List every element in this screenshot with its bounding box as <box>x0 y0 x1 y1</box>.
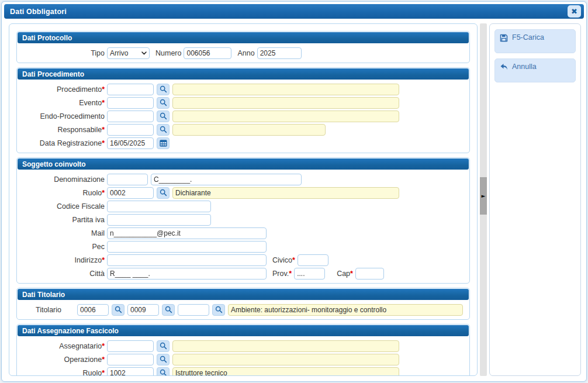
assegnatario-label: Assegnatario <box>59 342 102 350</box>
section-dati-procedimento: Dati Procedimento Procedimento* Evento* <box>16 67 470 153</box>
tipo-select[interactable]: Arrivo <box>107 47 150 59</box>
undo-icon <box>500 63 508 71</box>
evento-row: Evento* <box>20 96 466 109</box>
section-header: Dati Titolario <box>18 289 469 300</box>
section-header: Soggetto coinvolto <box>18 158 469 170</box>
required-marker: * <box>289 270 292 278</box>
prov-label: Prov. <box>272 270 289 278</box>
citta-row: Città Prov.* Cap* <box>20 267 466 280</box>
denominazione-code-input[interactable] <box>107 174 148 185</box>
titolario-code3-input[interactable] <box>178 304 209 316</box>
procedimento-label: Procedimento <box>57 85 102 94</box>
prov-input[interactable] <box>294 268 325 280</box>
panel-splitter[interactable]: ► <box>480 23 487 376</box>
search-icon <box>160 189 167 196</box>
required-marker: * <box>102 99 105 107</box>
ruolo-lookup-button[interactable] <box>157 187 170 199</box>
denominazione-input[interactable] <box>151 174 302 185</box>
numero-input[interactable] <box>184 47 231 59</box>
operazione-code-input[interactable] <box>107 354 154 365</box>
endo-procedimento-label: Endo-Procedimento <box>40 112 105 120</box>
pec-label: Pec <box>20 243 105 251</box>
section-dati-protocollo: Dati Protocollo Tipo Arrivo Numero Anno <box>16 31 470 63</box>
procedimento-lookup-button[interactable] <box>157 84 170 95</box>
responsabile-label: Responsabile <box>57 126 102 134</box>
ruolo-fascicolo-row: Ruolo* <box>20 366 466 376</box>
search-icon <box>165 306 172 313</box>
f5-carica-button[interactable]: F5-Carica <box>494 29 576 53</box>
data-registrazione-row: Data Registrazione* <box>20 136 466 150</box>
responsabile-lookup-button[interactable] <box>157 124 170 136</box>
titolario-lookup2-button[interactable] <box>162 304 175 316</box>
titolario-desc-field <box>228 304 463 316</box>
close-button[interactable]: ✖ <box>568 5 581 18</box>
required-marker: * <box>102 342 105 350</box>
evento-lookup-button[interactable] <box>157 97 170 109</box>
ruolo-fascicolo-desc-field <box>172 367 399 377</box>
pec-input[interactable] <box>107 241 267 253</box>
indirizzo-input[interactable] <box>107 254 267 266</box>
citta-input[interactable] <box>107 268 267 280</box>
codice-fiscale-input[interactable] <box>107 201 211 212</box>
required-marker: * <box>102 256 105 264</box>
section-header: Dati Protocollo <box>18 32 469 43</box>
endo-procedimento-code-input[interactable] <box>107 111 154 122</box>
required-marker: * <box>292 256 295 264</box>
calendar-icon <box>160 140 167 147</box>
evento-code-input[interactable] <box>107 97 154 109</box>
civico-input[interactable] <box>298 254 328 266</box>
section-header: Dati Assegnazione Fascicolo <box>18 325 469 336</box>
required-marker: * <box>102 126 105 134</box>
annulla-button[interactable]: Annulla <box>494 58 576 82</box>
responsabile-code-input[interactable] <box>107 124 154 136</box>
dialog-title: Dati Obbligatori <box>10 8 67 16</box>
required-marker: * <box>350 270 353 278</box>
evento-label: Evento <box>79 99 102 107</box>
splitter-handle[interactable]: ► <box>480 177 487 215</box>
assegnatario-lookup-button[interactable] <box>157 340 170 352</box>
mail-label: Mail <box>20 229 105 237</box>
ruolo-fascicolo-lookup-button[interactable] <box>157 367 170 377</box>
search-icon <box>215 306 223 313</box>
indirizzo-label: Indirizzo <box>75 256 102 264</box>
civico-label: Civico <box>272 256 292 264</box>
ruolo-code-input[interactable] <box>107 187 154 199</box>
search-icon <box>160 356 167 363</box>
procedimento-code-input[interactable] <box>107 84 154 95</box>
annulla-label: Annulla <box>512 63 537 71</box>
partita-iva-input[interactable] <box>107 214 211 226</box>
codice-fiscale-row: Codice Fiscale <box>20 199 466 213</box>
required-marker: * <box>102 189 105 197</box>
titolario-lookup3-button[interactable] <box>212 304 225 316</box>
search-icon <box>160 342 167 350</box>
operazione-lookup-button[interactable] <box>157 354 170 365</box>
citta-label: Città <box>20 270 105 278</box>
assegnatario-code-input[interactable] <box>107 340 154 352</box>
procedimento-desc-field <box>172 84 399 95</box>
ruolo-fascicolo-code-input[interactable] <box>107 367 154 377</box>
titolario-label: Titolario <box>20 306 61 314</box>
titolario-code2-input[interactable] <box>127 304 159 316</box>
endo-procedimento-row: Endo-Procedimento <box>20 109 466 123</box>
tipo-label: Tipo <box>20 49 105 57</box>
codice-fiscale-label: Codice Fiscale <box>20 202 105 211</box>
required-marker: * <box>102 356 105 364</box>
endo-procedimento-lookup-button[interactable] <box>157 111 170 122</box>
indirizzo-row: Indirizzo* Civico* <box>20 253 466 267</box>
titolario-lookup1-button[interactable] <box>112 304 124 316</box>
data-registrazione-label: Data Registrazione <box>40 139 102 147</box>
form-panel: Dati Protocollo Tipo Arrivo Numero Anno <box>9 23 478 376</box>
data-registrazione-calendar-button[interactable] <box>157 137 170 149</box>
section-dati-titolario: Dati Titolario Titolario <box>16 288 470 320</box>
endo-procedimento-desc-field <box>172 111 399 122</box>
f5-carica-label: F5-Carica <box>512 33 544 42</box>
cap-input[interactable] <box>355 268 384 280</box>
ruolo-desc-field <box>172 187 399 199</box>
titolario-code1-input[interactable] <box>77 304 109 316</box>
anno-input[interactable] <box>257 47 302 59</box>
assegnatario-row: Assegnatario* <box>20 339 466 353</box>
partita-iva-label: Partita iva <box>20 216 105 224</box>
data-registrazione-input[interactable] <box>107 137 154 149</box>
search-icon <box>115 306 122 313</box>
mail-input[interactable] <box>107 227 267 239</box>
